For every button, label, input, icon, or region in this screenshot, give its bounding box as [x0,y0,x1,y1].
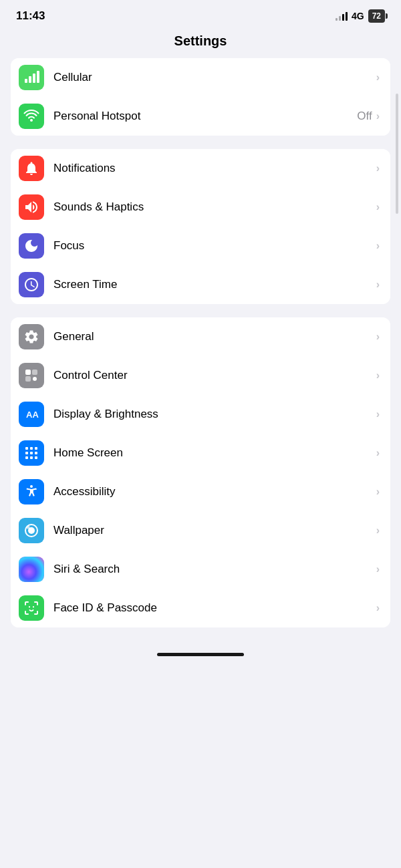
notifications-row[interactable]: Notifications › [11,149,390,188]
svg-point-4 [30,119,33,122]
cellular-label: Cellular [53,71,376,84]
general-icon [23,329,39,345]
hotspot-row[interactable]: Personal Hotspot Off › [11,97,390,136]
notifications-chevron: › [376,162,380,174]
sounds-icon-wrap [19,194,44,220]
notifications-icon-wrap [19,156,44,181]
scroll-indicator[interactable] [396,94,398,214]
homescreen-row[interactable]: Home Screen › [11,434,390,472]
cellular-icon [23,69,39,86]
svg-rect-11 [30,447,33,450]
hotspot-label: Personal Hotspot [53,110,357,123]
status-right: 4G 72 [336,9,385,23]
svg-rect-13 [25,452,28,454]
status-bar: 11:43 4G 72 [0,0,401,28]
svg-rect-10 [25,447,28,450]
homescreen-chevron: › [376,447,380,459]
homescreen-label: Home Screen [53,446,376,460]
screentime-label: Screen Time [53,278,376,291]
faceid-label: Face ID & Passcode [53,601,376,615]
cellular-row[interactable]: Cellular › [11,58,390,97]
svg-rect-18 [35,456,37,459]
focus-icon-wrap [19,233,44,259]
section-connectivity: Cellular › Personal Hotspot Off › [11,58,390,136]
page-title: Settings [0,28,401,58]
svg-rect-1 [29,76,31,83]
network-type: 4G [352,11,364,21]
status-time: 11:43 [16,9,45,23]
faceid-icon-wrap [19,595,44,621]
hotspot-icon-wrap [19,104,44,129]
screentime-icon-wrap [19,272,44,297]
cellular-icon-wrap [19,65,44,90]
display-label: Display & Brightness [53,408,376,421]
svg-rect-12 [35,447,37,450]
general-row[interactable]: General › [11,317,390,356]
accessibility-icon [23,484,39,500]
section-system: General › Control Center › AA Display & … [11,317,390,627]
display-chevron: › [376,408,380,420]
homescreen-icon-wrap [19,440,44,466]
svg-rect-15 [35,452,37,454]
svg-rect-0 [25,79,27,83]
svg-point-8 [33,377,37,381]
svg-point-21 [27,526,30,529]
svg-rect-3 [37,71,39,83]
svg-rect-16 [25,456,28,459]
wallpaper-icon [23,523,39,539]
svg-point-19 [30,485,33,488]
focus-row[interactable]: Focus › [11,227,390,265]
siri-icon-wrap [19,557,44,582]
wallpaper-icon-wrap [19,518,44,543]
focus-chevron: › [376,240,380,252]
accessibility-label: Accessibility [53,485,376,498]
svg-rect-14 [30,452,33,454]
control-center-row[interactable]: Control Center › [11,356,390,395]
focus-label: Focus [53,239,376,253]
svg-rect-6 [32,370,37,375]
faceid-row[interactable]: Face ID & Passcode › [11,589,390,627]
control-icon-wrap [19,363,44,388]
screentime-icon [23,277,39,293]
signal-icon [336,11,348,21]
accessibility-chevron: › [376,486,380,498]
accessibility-icon-wrap [19,479,44,504]
faceid-chevron: › [376,602,380,614]
siri-chevron: › [376,563,380,575]
faceid-icon [23,600,39,616]
screentime-row[interactable]: Screen Time › [11,265,390,304]
svg-rect-17 [30,456,33,459]
wallpaper-label: Wallpaper [53,524,376,537]
battery-indicator: 72 [368,9,385,23]
cellular-chevron: › [376,71,380,84]
section-notifications: Notifications › Sounds & Haptics › Focus… [11,149,390,304]
wallpaper-row[interactable]: Wallpaper › [11,511,390,550]
hotspot-icon [23,108,39,124]
sounds-row[interactable]: Sounds & Haptics › [11,188,390,227]
home-bar [157,653,244,656]
homescreen-icon [23,445,39,461]
sounds-icon [23,199,39,215]
hotspot-value: Off [357,110,372,123]
wallpaper-chevron: › [376,525,380,537]
sounds-chevron: › [376,201,380,213]
general-chevron: › [376,331,380,343]
display-icon-wrap: AA [19,402,44,427]
siri-row[interactable]: Siri & Search › [11,550,390,589]
screentime-chevron: › [376,279,380,291]
svg-rect-2 [33,74,35,83]
svg-rect-7 [25,376,31,382]
siri-label: Siri & Search [53,563,376,576]
general-label: General [53,330,376,343]
control-center-label: Control Center [53,369,376,382]
display-row[interactable]: AA Display & Brightness › [11,395,390,434]
accessibility-row[interactable]: Accessibility › [11,472,390,511]
control-center-chevron: › [376,370,380,382]
display-icon: AA [23,406,39,422]
control-center-icon [23,368,39,384]
hotspot-chevron: › [376,110,380,122]
notifications-icon [23,160,39,176]
home-indicator [0,641,401,663]
svg-rect-5 [25,370,31,375]
notifications-label: Notifications [53,162,376,175]
